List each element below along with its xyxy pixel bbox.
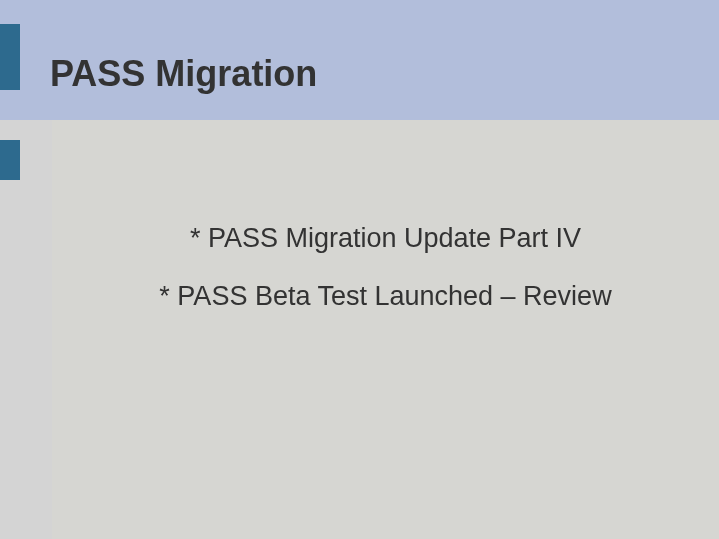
bullet-item: * PASS Beta Test Launched – Review xyxy=(52,280,719,312)
accent-bar-bottom xyxy=(0,140,20,180)
slide-title: PASS Migration xyxy=(50,53,317,95)
bullet-item: * PASS Migration Update Part IV xyxy=(52,222,719,254)
accent-bar-top xyxy=(0,24,20,90)
bullet-list: * PASS Migration Update Part IV * PASS B… xyxy=(52,222,719,339)
